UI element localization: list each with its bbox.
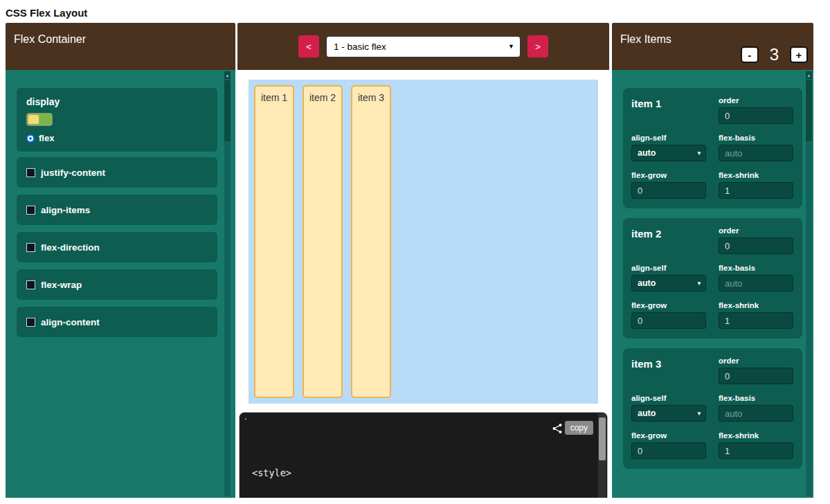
flex-basis-input[interactable] [719,145,793,161]
section-align-content[interactable]: align-content [17,307,217,337]
order-field: order [719,226,793,254]
remove-item-button[interactable]: - [741,46,759,63]
flex-grow-field: flex-grow [631,301,706,329]
align-self-label: align-self [631,134,706,142]
flex-grow-field: flex-grow [631,171,706,199]
preview-flex-item: item 3 [351,85,391,398]
flex-basis-input[interactable] [719,275,793,291]
right-scrollbar-thumb[interactable] [806,80,812,141]
flex-grow-label: flex-grow [631,301,706,309]
flex-items-title: Flex Items [620,33,671,46]
flex-radio-label: flex [39,133,54,143]
order-label: order [719,96,793,105]
section-flex-direction[interactable]: flex-direction [17,232,217,262]
page-title: CSS Flex Layout [0,0,830,23]
flex-grow-input[interactable] [631,182,706,199]
share-icon[interactable] [552,423,563,437]
flex-wrap-label: flex-wrap [41,280,82,290]
layout-select[interactable]: 1 - basic flex [326,36,521,57]
flex-items-panel: Flex Items - 3 + item 1 order align-self [612,23,813,498]
item-card-2: item 2 order align-self auto ▼ [623,218,802,339]
flex-basis-input[interactable] [719,405,793,422]
item-card-1: item 1 order align-self auto ▼ [623,88,802,208]
left-scrollbar-track[interactable]: ▲ [224,71,231,496]
preview-flex-item: item 1 [254,85,294,398]
code-scrollbar-thumb[interactable] [599,417,606,460]
order-input[interactable] [719,368,793,384]
left-scrollbar-thumb[interactable] [224,80,231,141]
display-section: display flex [17,88,217,152]
scroll-up-arrow-icon[interactable]: ▲ [806,71,812,79]
section-justify-content[interactable]: justify-content [17,157,217,188]
flex-shrink-label: flex-shrink [719,171,793,179]
item-card-3: item 3 order align-self auto ▼ [623,348,802,469]
display-toggle[interactable] [26,113,53,126]
preview-flex-item: item 2 [303,85,343,398]
flex-container-title: Flex Container [14,33,86,46]
next-layout-button[interactable]: > [527,35,548,57]
flex-basis-field: flex-basis [719,134,793,161]
flex-basis-label: flex-basis [719,264,793,272]
flex-direction-checkbox[interactable] [26,243,35,252]
order-field: order [719,96,793,124]
section-flex-wrap[interactable]: flex-wrap [17,269,217,300]
align-self-field: align-self auto ▼ [631,394,706,422]
prev-layout-button[interactable]: < [298,35,319,57]
flex-basis-field: flex-basis [719,264,793,291]
flex-container-body: display flex justify-content align-items [6,70,235,498]
flex-basis-field: flex-basis [719,394,793,422]
justify-content-label: justify-content [41,168,105,178]
flex-basis-label: flex-basis [719,134,793,142]
item-count-controls: - 3 + [741,45,808,64]
flex-shrink-input[interactable] [719,312,793,329]
layout-select-wrap: 1 - basic flex ▼ [326,36,521,57]
flex-shrink-label: flex-shrink [719,431,793,440]
code-scrollbar-track[interactable] [598,413,606,498]
right-scrollbar-track[interactable]: ▲ [806,71,812,496]
align-self-select[interactable]: auto [631,405,706,422]
flex-basis-label: flex-basis [719,394,793,402]
flex-shrink-label: flex-shrink [719,301,793,309]
align-self-label: align-self [631,394,706,402]
flex-wrap-checkbox[interactable] [26,280,35,289]
order-input[interactable] [719,237,793,254]
flex-direction-label: flex-direction [41,242,100,253]
flex-shrink-input[interactable] [719,182,793,199]
flex-shrink-field: flex-shrink [719,171,793,199]
flex-radio[interactable] [26,134,35,143]
flex-grow-input[interactable] [631,312,706,329]
align-self-select[interactable]: auto [631,145,706,161]
align-self-select[interactable]: auto [631,275,706,291]
order-input[interactable] [719,107,793,124]
flex-grow-input[interactable] [631,442,706,459]
flex-grow-field: flex-grow [631,431,706,459]
order-label: order [719,357,793,365]
code-line: <style> [252,467,359,480]
align-self-field: align-self auto ▼ [631,134,706,161]
align-items-checkbox[interactable] [26,206,35,215]
align-items-label: align-items [41,205,90,215]
align-self-label: align-self [631,264,706,272]
code-panel: . copy <style> .flex-container { display… [239,412,608,498]
flex-radio-row[interactable]: flex [26,133,208,143]
justify-content-checkbox[interactable] [26,168,35,177]
flex-shrink-field: flex-shrink [719,431,793,459]
flex-items-header: Flex Items - 3 + [612,23,813,70]
align-self-field: align-self auto ▼ [631,264,706,291]
item-count: 3 [770,45,779,64]
copy-button[interactable]: copy [565,421,593,435]
scroll-up-arrow-icon[interactable]: ▲ [224,71,231,79]
order-field: order [719,357,793,384]
flex-shrink-input[interactable] [719,442,793,459]
align-content-checkbox[interactable] [26,318,35,327]
flex-container-panel: Flex Container display flex justify-cont… [6,23,235,498]
add-item-button[interactable]: + [790,46,808,63]
toggle-knob [28,114,39,125]
code-block: <style> .flex-container { display: flex; [252,440,359,498]
preview-body: item 1 item 2 item 3 . copy <style> [237,70,609,498]
section-align-items[interactable]: align-items [17,195,217,225]
code-dot: . [244,412,247,422]
flex-items-body: item 1 order align-self auto ▼ [612,70,813,498]
flex-container-preview: item 1 item 2 item 3 [249,80,598,404]
preview-header: < 1 - basic flex ▼ > [237,23,609,70]
